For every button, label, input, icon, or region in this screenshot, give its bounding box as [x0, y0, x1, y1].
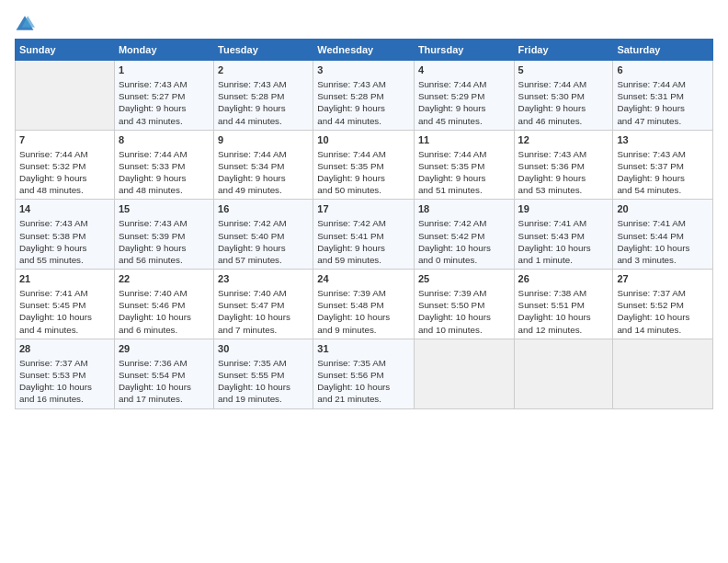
col-header-wednesday: Wednesday	[313, 40, 415, 61]
day-cell: 19Sunrise: 7:41 AMSunset: 5:43 PMDayligh…	[514, 200, 613, 270]
day-info-line: and 12 minutes.	[518, 324, 609, 336]
day-info-line: Sunset: 5:33 PM	[119, 160, 210, 172]
day-info-line: and 48 minutes.	[119, 184, 210, 196]
day-cell: 2Sunrise: 7:43 AMSunset: 5:28 PMDaylight…	[214, 61, 313, 131]
day-number: 10	[317, 133, 410, 147]
col-header-sunday: Sunday	[16, 40, 115, 61]
day-info-line: Sunrise: 7:44 AM	[418, 148, 510, 160]
day-info-line: Daylight: 10 hours	[418, 242, 510, 254]
day-info-line: Sunrise: 7:43 AM	[19, 217, 110, 229]
day-info-line: Sunrise: 7:44 AM	[19, 148, 110, 160]
day-info-line: and 4 minutes.	[19, 324, 110, 336]
day-info-line: Daylight: 9 hours	[218, 102, 309, 114]
day-info-line: and 43 minutes.	[119, 115, 210, 127]
day-info-line: Sunrise: 7:43 AM	[119, 217, 210, 229]
day-info-line: and 0 minutes.	[418, 254, 510, 266]
day-info-line: and 49 minutes.	[218, 184, 309, 196]
day-info-line: Sunset: 5:47 PM	[218, 299, 309, 311]
day-info-line: Daylight: 10 hours	[19, 311, 110, 323]
day-info-line: Daylight: 10 hours	[218, 381, 309, 393]
day-cell: 16Sunrise: 7:42 AMSunset: 5:40 PMDayligh…	[214, 200, 313, 270]
day-info-line: Sunrise: 7:39 AM	[418, 287, 510, 299]
day-info-line: Daylight: 10 hours	[518, 311, 609, 323]
day-number: 1	[119, 63, 210, 77]
day-info-line: Sunrise: 7:40 AM	[119, 287, 210, 299]
day-info-line: and 10 minutes.	[418, 324, 510, 336]
day-info-line: Sunset: 5:42 PM	[418, 230, 510, 242]
day-info-line: and 51 minutes.	[418, 184, 510, 196]
day-cell: 22Sunrise: 7:40 AMSunset: 5:46 PMDayligh…	[114, 270, 213, 339]
day-info-line: Sunset: 5:27 PM	[119, 90, 210, 102]
day-info-line: Sunset: 5:37 PM	[617, 160, 709, 172]
day-info-line: Daylight: 9 hours	[317, 102, 410, 114]
week-row-3: 14Sunrise: 7:43 AMSunset: 5:38 PMDayligh…	[16, 200, 713, 270]
day-info-line: and 3 minutes.	[617, 254, 709, 266]
day-info-line: Daylight: 9 hours	[617, 102, 709, 114]
day-cell: 3Sunrise: 7:43 AMSunset: 5:28 PMDaylight…	[313, 61, 415, 131]
day-info-line: Sunrise: 7:37 AM	[617, 287, 709, 299]
day-info-line: Daylight: 9 hours	[418, 102, 510, 114]
day-info-line: Sunrise: 7:40 AM	[218, 287, 309, 299]
day-number: 22	[119, 272, 210, 286]
day-info-line: and 56 minutes.	[119, 254, 210, 266]
day-info-line: Sunset: 5:45 PM	[19, 299, 110, 311]
day-number: 15	[119, 202, 210, 216]
day-info-line: Daylight: 9 hours	[317, 242, 410, 254]
day-info-line: Sunrise: 7:41 AM	[617, 217, 709, 229]
day-info-line: Sunset: 5:35 PM	[317, 160, 410, 172]
day-cell: 30Sunrise: 7:35 AMSunset: 5:55 PMDayligh…	[214, 339, 313, 408]
day-number: 28	[19, 342, 110, 356]
day-cell: 17Sunrise: 7:42 AMSunset: 5:41 PMDayligh…	[313, 200, 415, 270]
week-row-5: 28Sunrise: 7:37 AMSunset: 5:53 PMDayligh…	[16, 339, 713, 408]
day-number: 26	[518, 272, 609, 286]
day-cell: 11Sunrise: 7:44 AMSunset: 5:35 PMDayligh…	[414, 130, 514, 200]
day-info-line: and 1 minute.	[518, 254, 609, 266]
day-cell: 28Sunrise: 7:37 AMSunset: 5:53 PMDayligh…	[16, 339, 115, 408]
day-info-line: Sunset: 5:39 PM	[119, 230, 210, 242]
day-info-line: and 44 minutes.	[218, 115, 309, 127]
day-cell: 27Sunrise: 7:37 AMSunset: 5:52 PMDayligh…	[613, 270, 713, 339]
day-info-line: and 21 minutes.	[317, 393, 410, 405]
day-info-line: Sunrise: 7:44 AM	[518, 78, 609, 90]
day-number: 29	[119, 342, 210, 356]
day-info-line: Sunset: 5:35 PM	[418, 160, 510, 172]
day-info-line: Sunset: 5:43 PM	[518, 230, 609, 242]
day-cell: 7Sunrise: 7:44 AMSunset: 5:32 PMDaylight…	[16, 130, 115, 200]
day-info-line: Sunset: 5:32 PM	[19, 160, 110, 172]
logo-icon	[15, 13, 35, 33]
day-info-line: Sunset: 5:53 PM	[19, 369, 110, 381]
day-cell: 29Sunrise: 7:36 AMSunset: 5:54 PMDayligh…	[114, 339, 213, 408]
day-number: 11	[418, 133, 510, 147]
day-cell	[414, 339, 514, 408]
day-info-line: Sunset: 5:28 PM	[317, 90, 410, 102]
day-info-line: Sunrise: 7:38 AM	[518, 287, 609, 299]
day-info-line: Sunset: 5:40 PM	[218, 230, 309, 242]
day-info-line: Sunset: 5:34 PM	[218, 160, 309, 172]
day-info-line: Daylight: 10 hours	[418, 311, 510, 323]
day-info-line: Daylight: 10 hours	[617, 311, 709, 323]
day-cell: 10Sunrise: 7:44 AMSunset: 5:35 PMDayligh…	[313, 130, 415, 200]
day-info-line: Sunset: 5:44 PM	[617, 230, 709, 242]
day-info-line: Daylight: 9 hours	[418, 172, 510, 184]
day-number: 7	[19, 133, 110, 147]
day-number: 4	[418, 63, 510, 77]
day-cell: 14Sunrise: 7:43 AMSunset: 5:38 PMDayligh…	[16, 200, 115, 270]
col-header-tuesday: Tuesday	[214, 40, 313, 61]
day-info-line: Sunrise: 7:42 AM	[218, 217, 309, 229]
day-info-line: Sunrise: 7:44 AM	[418, 78, 510, 90]
day-cell: 12Sunrise: 7:43 AMSunset: 5:36 PMDayligh…	[514, 130, 613, 200]
day-info-line: Sunset: 5:29 PM	[418, 90, 510, 102]
day-number: 18	[418, 202, 510, 216]
day-number: 5	[518, 63, 609, 77]
col-header-thursday: Thursday	[414, 40, 514, 61]
day-info-line: Daylight: 9 hours	[518, 172, 609, 184]
day-info-line: and 16 minutes.	[19, 393, 110, 405]
day-cell: 26Sunrise: 7:38 AMSunset: 5:51 PMDayligh…	[514, 270, 613, 339]
day-cell: 25Sunrise: 7:39 AMSunset: 5:50 PMDayligh…	[414, 270, 514, 339]
day-info-line: Daylight: 10 hours	[119, 381, 210, 393]
header	[15, 9, 713, 33]
day-info-line: Daylight: 10 hours	[617, 242, 709, 254]
day-cell: 8Sunrise: 7:44 AMSunset: 5:33 PMDaylight…	[114, 130, 213, 200]
day-number: 8	[119, 133, 210, 147]
day-info-line: Sunrise: 7:42 AM	[418, 217, 510, 229]
